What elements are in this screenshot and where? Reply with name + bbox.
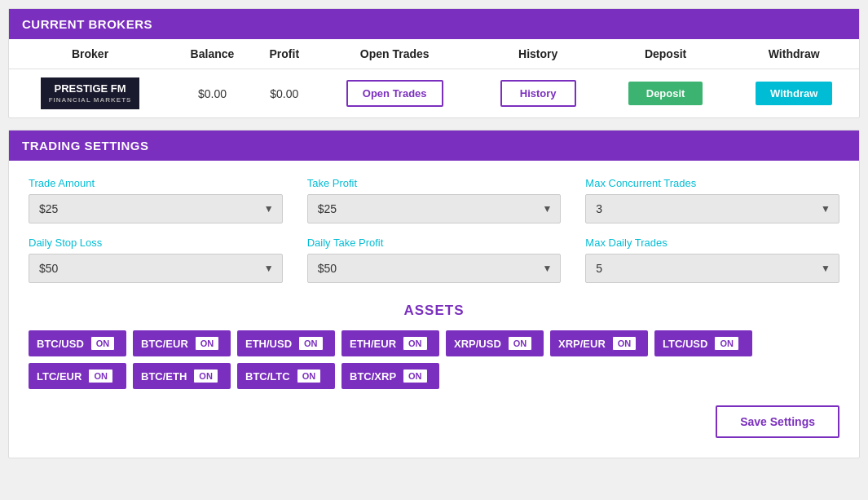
assets-section: ASSETS BTC/USDONBTC/EURONETH/USDONETH/EU…	[29, 303, 839, 389]
field-daily-stop-loss: Daily Stop Loss $50$100$200 ▼	[29, 237, 283, 283]
asset-name: LTC/EUR	[37, 370, 82, 383]
asset-button[interactable]: XRP/USDON	[446, 330, 544, 356]
asset-toggle: ON	[403, 336, 428, 351]
col-withdraw: Withdraw	[729, 39, 859, 69]
history-cell: History	[474, 69, 602, 118]
asset-toggle: ON	[90, 336, 116, 351]
asset-button[interactable]: BTC/USDON	[29, 330, 126, 356]
col-broker: Broker	[9, 39, 171, 69]
label-take-profit: Take Profit	[307, 177, 562, 189]
select-wrapper-daily-take-profit: $50$100$200 ▼	[307, 254, 562, 283]
deposit-cell: Deposit	[602, 69, 729, 118]
asset-toggle: ON	[403, 369, 428, 383]
balance-cell: $0.00	[171, 69, 253, 118]
select-trade-amount[interactable]: $25$50$100$200	[29, 195, 282, 223]
save-settings-button[interactable]: Save Settings	[716, 405, 839, 438]
open-trades-cell: Open Trades	[315, 69, 474, 118]
asset-toggle: ON	[508, 336, 533, 351]
select-wrapper-max-concurrent: 12345 ▼	[585, 194, 839, 223]
asset-name: LTC/USD	[663, 338, 707, 350]
current-brokers-section: CURRENT BROKERS Broker Balance Profit Op…	[8, 8, 860, 118]
asset-button[interactable]: LTC/USDON	[654, 330, 752, 356]
select-wrapper-max-daily-trades: 1234510 ▼	[585, 254, 839, 283]
trading-settings-header: TRADING SETTINGS	[9, 131, 859, 161]
asset-button[interactable]: BTC/ETHON	[133, 363, 231, 389]
asset-name: ETH/EUR	[350, 338, 396, 350]
asset-name: BTC/LTC	[245, 370, 290, 383]
label-daily-take-profit: Daily Take Profit	[307, 237, 562, 249]
asset-name: XRP/EUR	[558, 338, 606, 350]
asset-name: XRP/USD	[454, 338, 501, 350]
open-trades-button[interactable]: Open Trades	[346, 80, 443, 107]
select-take-profit[interactable]: $25$50$100$200	[308, 195, 561, 223]
asset-name: ETH/USD	[245, 338, 292, 350]
asset-name: BTC/XRP	[350, 370, 396, 383]
asset-button[interactable]: BTC/EURON	[133, 330, 231, 356]
asset-toggle: ON	[195, 336, 220, 351]
col-history: History	[474, 39, 602, 69]
withdraw-button[interactable]: Withdraw	[756, 82, 832, 105]
asset-button[interactable]: ETH/USDON	[237, 330, 335, 356]
save-row: Save Settings	[29, 405, 839, 438]
asset-toggle: ON	[88, 369, 113, 383]
assets-grid: BTC/USDONBTC/EURONETH/USDONETH/EURONXRP/…	[29, 330, 839, 389]
select-daily-stop-loss[interactable]: $50$100$200	[29, 254, 282, 282]
assets-title: ASSETS	[29, 303, 839, 319]
broker-logo: PRESTIGE FM FINANCIAL MARKETS	[41, 77, 140, 109]
asset-toggle: ON	[297, 369, 322, 383]
select-wrapper-trade-amount: $25$50$100$200 ▼	[29, 194, 283, 223]
select-max-concurrent[interactable]: 12345	[586, 195, 839, 223]
broker-subname: FINANCIAL MARKETS	[49, 96, 132, 104]
label-max-daily-trades: Max Daily Trades	[585, 237, 839, 249]
label-max-concurrent: Max Concurrent Trades	[585, 177, 839, 189]
trading-settings-body: Trade Amount $25$50$100$200 ▼ Take Profi…	[9, 161, 859, 458]
asset-toggle: ON	[612, 336, 637, 351]
select-max-daily-trades[interactable]: 1234510	[586, 254, 839, 282]
deposit-button[interactable]: Deposit	[628, 82, 703, 105]
trading-settings-section: TRADING SETTINGS Trade Amount $25$50$100…	[8, 130, 860, 458]
col-open-trades: Open Trades	[315, 39, 474, 69]
broker-name: PRESTIGE FM	[49, 82, 132, 96]
select-daily-take-profit[interactable]: $50$100$200	[308, 254, 561, 282]
field-daily-take-profit: Daily Take Profit $50$100$200 ▼	[307, 237, 562, 283]
table-row: PRESTIGE FM FINANCIAL MARKETS $0.00 $0.0…	[9, 69, 859, 118]
asset-toggle: ON	[714, 336, 739, 351]
col-balance: Balance	[171, 39, 253, 69]
label-daily-stop-loss: Daily Stop Loss	[29, 237, 283, 249]
asset-button[interactable]: XRP/EURON	[550, 330, 648, 356]
withdraw-cell: Withdraw	[729, 69, 859, 118]
field-max-concurrent: Max Concurrent Trades 12345 ▼	[585, 177, 839, 223]
current-brokers-header: CURRENT BROKERS	[9, 9, 859, 39]
asset-button[interactable]: ETH/EURON	[341, 330, 439, 356]
asset-toggle: ON	[298, 336, 324, 351]
col-profit: Profit	[253, 39, 315, 69]
asset-name: BTC/USD	[37, 338, 84, 350]
settings-grid: Trade Amount $25$50$100$200 ▼ Take Profi…	[29, 177, 839, 283]
asset-name: BTC/EUR	[141, 338, 188, 350]
select-wrapper-take-profit: $25$50$100$200 ▼	[307, 194, 562, 223]
select-wrapper-daily-stop-loss: $50$100$200 ▼	[29, 254, 283, 283]
field-take-profit: Take Profit $25$50$100$200 ▼	[307, 177, 562, 223]
col-deposit: Deposit	[602, 39, 729, 69]
brokers-table: Broker Balance Profit Open Trades Histor…	[9, 39, 859, 117]
history-button[interactable]: History	[500, 80, 576, 107]
asset-name: BTC/ETH	[141, 370, 187, 383]
field-trade-amount: Trade Amount $25$50$100$200 ▼	[29, 177, 283, 223]
asset-toggle: ON	[193, 369, 218, 383]
asset-button[interactable]: LTC/EURON	[29, 363, 126, 389]
asset-button[interactable]: BTC/XRPON	[341, 363, 439, 389]
label-trade-amount: Trade Amount	[29, 177, 283, 189]
broker-logo-cell: PRESTIGE FM FINANCIAL MARKETS	[9, 69, 171, 118]
asset-button[interactable]: BTC/LTCON	[237, 363, 335, 389]
field-max-daily-trades: Max Daily Trades 1234510 ▼	[585, 237, 839, 283]
profit-cell: $0.00	[253, 69, 315, 118]
